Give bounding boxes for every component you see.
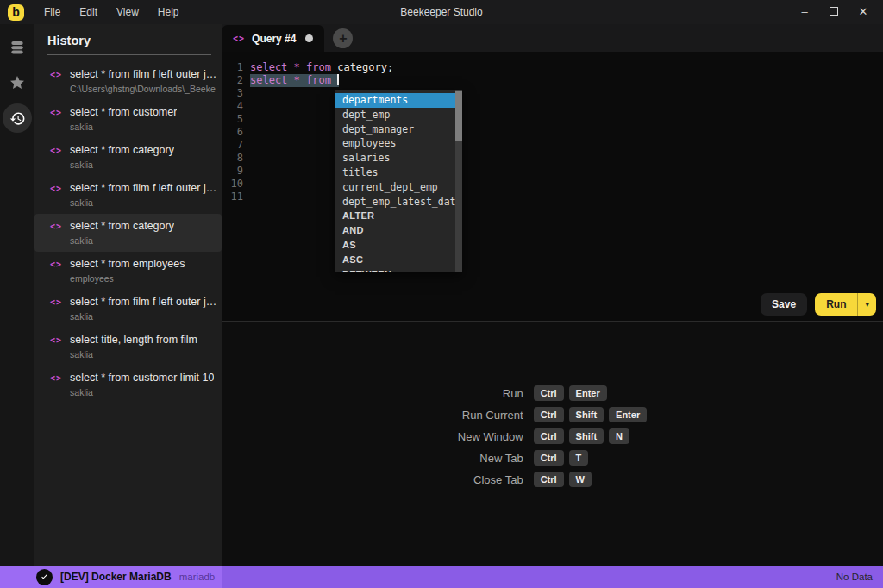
key-badge: W <box>569 472 592 487</box>
autocomplete-item[interactable]: BETWEEN <box>335 267 462 272</box>
save-button[interactable]: Save <box>761 293 807 316</box>
autocomplete-item[interactable]: titles <box>335 166 462 180</box>
history-item[interactable]: <> select * from category saklia <box>34 214 222 252</box>
key-badge: Shift <box>569 428 604 444</box>
sidebar-item-connections[interactable] <box>3 33 32 62</box>
menu-item[interactable]: Edit <box>70 0 107 24</box>
database-icon <box>9 39 26 56</box>
tab-query-4[interactable]: <> Query #4 <box>222 25 324 52</box>
connection-name: [DEV] Docker MariaDB <box>60 571 172 583</box>
sidebar-item-history[interactable] <box>3 103 32 133</box>
line-number: 10 <box>227 178 243 191</box>
history-item[interactable]: <> select * from category saklia <box>34 138 222 176</box>
minimize-button[interactable]: – <box>798 0 811 24</box>
menubar: FileEditViewHelp <box>34 0 189 24</box>
autocomplete-item[interactable]: ASC <box>335 253 462 267</box>
star-icon <box>9 74 26 91</box>
code-icon: <> <box>50 373 62 397</box>
status-bar: [DEV] Docker MariaDB mariadb No Data <box>0 566 883 588</box>
code-line: 7 <box>222 139 883 152</box>
status-bar-right: No Data <box>222 566 883 588</box>
no-data-label: No Data <box>836 572 873 582</box>
autocomplete-item[interactable]: AS <box>335 238 462 253</box>
history-item[interactable]: <> select * from customer saklia <box>34 100 222 138</box>
key-badge: Ctrl <box>534 450 564 466</box>
connection-status[interactable]: [DEV] Docker MariaDB mariadb <box>0 566 222 588</box>
history-item-title: select * from customer <box>70 106 177 118</box>
shortcut-label: New Tab <box>458 452 523 465</box>
line-number: 7 <box>227 139 243 152</box>
line-number: 8 <box>227 152 243 165</box>
key-badge: T <box>569 450 589 466</box>
history-item-subtitle: saklia <box>70 122 177 132</box>
autocomplete-item[interactable]: AND <box>335 223 462 238</box>
key-badge: Ctrl <box>534 385 564 401</box>
history-item-subtitle: saklia <box>70 387 214 397</box>
code-icon: <> <box>233 34 245 43</box>
shortcut-keys: CtrlShiftEnter <box>534 407 648 422</box>
sidebar-item-favorites[interactable] <box>3 68 32 97</box>
chevron-down-icon: ▾ <box>865 300 869 309</box>
code-icon: <> <box>50 184 62 208</box>
autocomplete-item[interactable]: current_dept_emp <box>335 180 462 195</box>
add-tab-button[interactable]: + <box>333 28 353 48</box>
code-line: 3 <box>222 87 883 100</box>
key-badge: Ctrl <box>534 407 564 422</box>
autocomplete-item[interactable]: employees <box>335 136 462 151</box>
shortcut-label: Run <box>458 387 523 400</box>
line-number: 9 <box>227 165 243 178</box>
autocomplete-item[interactable]: departments <box>335 93 462 108</box>
shortcut-label: Run Current <box>458 409 523 422</box>
app-window: b FileEditViewHelp Beekeeper Studio – ✕ <box>0 0 883 588</box>
results-panel: Run CtrlEnter Run Current CtrlShiftEnter… <box>222 321 883 566</box>
maximize-button[interactable] <box>828 0 840 24</box>
autocomplete-item[interactable]: salaries <box>335 151 462 166</box>
code-line: 8 <box>222 152 883 165</box>
history-item-subtitle: saklia <box>70 197 216 208</box>
code-icon: <> <box>50 222 62 246</box>
menu-item[interactable]: File <box>34 0 70 24</box>
history-item-subtitle: saklia <box>70 160 174 170</box>
history-list: <> select * from film f left outer j… C:… <box>34 55 222 403</box>
history-item-title: select * from film f left outer j… <box>70 182 216 194</box>
line-number: 11 <box>227 191 243 203</box>
key-badge: N <box>609 428 629 444</box>
scrollbar-thumb[interactable] <box>455 91 462 141</box>
shortcut-keys: CtrlEnter <box>534 385 648 401</box>
history-item[interactable]: <> select * from employees employees <box>34 252 222 290</box>
connected-check-icon <box>36 569 53 585</box>
content-area: <> Query #4 + 1 select * from category; <box>222 24 883 566</box>
history-item-subtitle: saklia <box>70 311 216 322</box>
history-item[interactable]: <> select * from film f left outer j… C:… <box>34 62 222 100</box>
shortcut-label: Close Tab <box>458 473 523 486</box>
menu-item[interactable]: Help <box>148 0 189 24</box>
run-options-button[interactable]: ▾ <box>857 293 876 316</box>
sql-editor[interactable]: 1 select * from category; 2 select * fro… <box>222 52 883 321</box>
code-lines: 1 select * from category; 2 select * fro… <box>222 61 883 203</box>
history-item[interactable]: <> select * from customer limit 10 sakli… <box>34 366 222 403</box>
tab-bar: <> Query #4 + <box>222 24 883 52</box>
icon-rail <box>0 24 34 566</box>
history-item[interactable]: <> select * from film f left outer j… sa… <box>34 290 222 328</box>
history-panel: History <> select * from film f left out… <box>34 24 222 566</box>
run-button[interactable]: Run <box>815 293 857 316</box>
history-item-subtitle: employees <box>70 273 185 284</box>
shortcut-keys: CtrlShiftN <box>534 428 648 444</box>
database-name: mariadb <box>179 572 216 582</box>
autocomplete-item[interactable]: dept_emp_latest_date <box>335 195 462 210</box>
history-item[interactable]: <> select title, length from film saklia <box>34 328 222 366</box>
history-item-title: select * from category <box>70 220 174 232</box>
close-button[interactable]: ✕ <box>857 0 869 24</box>
history-item-title: select * from employees <box>70 258 185 270</box>
history-item-title: select * from category <box>70 144 174 156</box>
dropdown-scrollbar[interactable] <box>455 90 462 272</box>
autocomplete-item[interactable]: dept_emp <box>335 108 462 122</box>
key-badge: Shift <box>569 407 604 422</box>
beekeeper-logo-icon: b <box>8 4 24 21</box>
autocomplete-item[interactable]: dept_manager <box>335 122 462 137</box>
run-button-group: Run ▾ <box>815 293 876 316</box>
menu-item[interactable]: View <box>107 0 148 24</box>
history-item[interactable]: <> select * from film f left outer j… sa… <box>34 176 222 214</box>
autocomplete-item[interactable]: ALTER <box>335 209 462 223</box>
history-item-subtitle: saklia <box>70 349 197 360</box>
